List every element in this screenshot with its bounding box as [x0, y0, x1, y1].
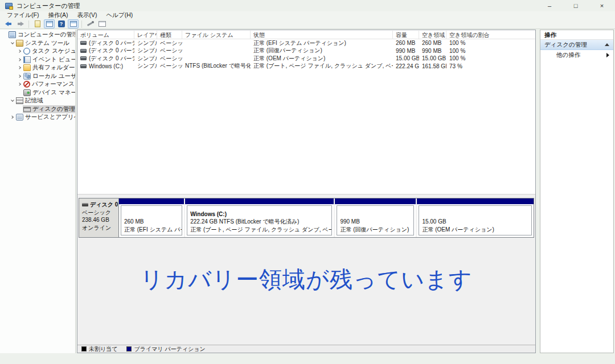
show-console-tree-icon[interactable]	[44, 19, 55, 28]
system-tools-icon	[16, 40, 23, 47]
menu-item-3[interactable]: ヘルプ(H)	[101, 11, 137, 19]
console-tree: コンピューターの管理 (ローカル)システム ツールタスク スケジューライベント …	[0, 30, 76, 353]
tree-expander-icon[interactable]	[9, 116, 15, 118]
tree-expander-icon[interactable]	[17, 50, 23, 52]
tree-expander-icon[interactable]	[9, 43, 15, 44]
tree-item-body: デバイス マネージャー	[23, 89, 76, 97]
legend-swatch-unallocated	[81, 346, 87, 351]
volume-list-header: ボリュームレイアウト種類ファイル システム状態容量空き領域空き領域の割合	[77, 31, 535, 39]
submenu-arrow-icon	[606, 53, 609, 57]
tree-item-shared-folders[interactable]: 共有フォルダー	[0, 64, 75, 72]
column-header-free-space[interactable]: 空き領域	[419, 31, 446, 39]
disk-0-info[interactable]: ディスク 0 ベーシック 238.46 GB オンライン	[79, 198, 119, 237]
partition-windows-c[interactable]: Windows (C:)222.24 GB NTFS (BitLocker で暗…	[184, 198, 334, 237]
volume-row-partition-1[interactable]: (ディスク 0 パーティション 1)シンプルベーシック正常 (EFI システム …	[77, 39, 535, 47]
cell-free-percent: 100 %	[446, 39, 535, 47]
partition-details: 990 MB正常 (回復パーティション)	[337, 205, 414, 235]
tree-item-body: 共有フォルダー	[23, 64, 76, 72]
tree-item-body: イベント ビューアー	[23, 56, 76, 64]
tree-item-body: ローカル ユーザーとグループ	[23, 72, 76, 81]
menu-item-0[interactable]: ファイル(F)	[2, 11, 43, 19]
task-scheduler-icon	[23, 48, 30, 55]
tree-expander-icon[interactable]	[17, 83, 23, 85]
more-actions-label: 他の操作	[556, 51, 580, 59]
export-list-icon[interactable]	[32, 19, 43, 28]
tree-expander-icon[interactable]	[9, 100, 15, 101]
cell-free-space: 15.00 GB	[419, 55, 446, 63]
cell-free-percent: 73 %	[446, 63, 535, 71]
cell-status: 正常 (EFI システム パーティション)	[251, 39, 393, 47]
volume-row-windows-c[interactable]: Windows (C:)シンプルベーシックNTFS (BitLocker で暗号…	[77, 63, 535, 71]
cell-layout: シンプル	[134, 63, 157, 71]
actions-header: 操作	[540, 30, 613, 40]
cell-capacity: 222.24 GB	[393, 63, 419, 71]
forward-icon[interactable]	[15, 19, 26, 28]
tree-item-performance[interactable]: パフォーマンス	[0, 80, 75, 89]
forward-icon-glyph	[17, 22, 24, 26]
column-header-layout[interactable]: レイアウト	[134, 31, 157, 39]
tree-item-label: タスク スケジューラ	[32, 47, 76, 55]
tree-item-system-tools[interactable]: システム ツール	[0, 39, 75, 48]
partition-oem[interactable]: 15.00 GB正常 (OEM パーティション)	[416, 198, 534, 237]
tree-expander-icon[interactable]	[17, 59, 23, 61]
tree-item-device-manager[interactable]: デバイス マネージャー	[0, 89, 75, 97]
tree-item-computer-management-root[interactable]: コンピューターの管理 (ローカル)	[0, 31, 75, 39]
show-console-tree-icon-glyph	[46, 21, 53, 27]
cell-capacity: 15.00 GB	[393, 55, 419, 63]
cell-volume: (ディスク 0 パーティション 1)	[77, 39, 134, 47]
toolbar-separator	[81, 20, 82, 28]
close-button[interactable]: ×	[589, 0, 615, 11]
volume-icon	[80, 41, 87, 45]
cell-layout: シンプル	[134, 47, 157, 55]
column-header-volume[interactable]: ボリューム	[77, 31, 134, 39]
tree-item-services-apps[interactable]: サービスとアプリケーション	[0, 113, 75, 122]
tree-item-body: コンピューターの管理 (ローカル)	[8, 31, 76, 39]
column-header-free-percent[interactable]: 空き領域の割合	[446, 31, 535, 39]
tree-item-event-viewer[interactable]: イベント ビューアー	[0, 56, 75, 64]
disk-management-icon	[23, 107, 31, 112]
back-icon[interactable]	[3, 19, 14, 28]
menu-item-1[interactable]: 操作(A)	[43, 11, 72, 19]
menu-item-2[interactable]: 表示(V)	[72, 11, 101, 19]
column-header-filesystem[interactable]: ファイル システム	[182, 31, 251, 39]
show-action-pane-icon[interactable]	[68, 19, 79, 28]
volume-row-partition-5[interactable]: (ディスク 0 パーティション 5)シンプルベーシック正常 (OEM パーティシ…	[77, 55, 535, 63]
column-header-status[interactable]: 状態	[251, 31, 393, 39]
minimize-button[interactable]: –	[536, 0, 563, 11]
volume-row-partition-4[interactable]: (ディスク 0 パーティション 4)シンプルベーシック正常 (回復パーティション…	[77, 47, 535, 55]
collapse-icon[interactable]	[605, 43, 609, 46]
new-window-icon[interactable]	[97, 19, 108, 28]
more-actions-item[interactable]: 他の操作	[540, 50, 613, 60]
cell-status: 正常 (回復パーティション)	[251, 47, 393, 55]
disk-kind: ベーシック	[82, 209, 116, 217]
cell-filesystem	[182, 39, 251, 47]
column-header-capacity[interactable]: 容量	[393, 31, 419, 39]
partition-title: Windows (C:)	[190, 210, 329, 218]
storage-icon	[16, 97, 23, 104]
maximize-button[interactable]: □	[563, 0, 589, 11]
partition-strip: 260 MB正常 (EFI システム パーティション)Windows (C:)2…	[119, 198, 534, 237]
tree-item-disk-management[interactable]: ディスクの管理	[0, 105, 75, 114]
actions-group-disk-management[interactable]: ディスクの管理	[540, 40, 613, 50]
partition-recovery[interactable]: 990 MB正常 (回復パーティション)	[334, 198, 416, 237]
tree-expander-icon[interactable]	[17, 75, 23, 77]
tree-item-label: システム ツール	[25, 39, 69, 47]
tree-item-label: イベント ビューアー	[32, 56, 76, 64]
partition-line: 15.00 GB	[422, 218, 528, 226]
tree-item-storage[interactable]: 記憶域	[0, 97, 75, 105]
cell-status: 正常 (OEM パーティション)	[251, 55, 393, 63]
tree-expander-icon[interactable]	[17, 67, 23, 69]
cell-free-space: 990 MB	[419, 47, 446, 55]
column-header-type[interactable]: 種類	[157, 31, 182, 39]
tree-item-local-users-groups[interactable]: ローカル ユーザーとグループ	[0, 72, 75, 81]
device-manager-icon	[23, 89, 31, 96]
tree-item-body: タスク スケジューラ	[23, 47, 76, 56]
partition-details: Windows (C:)222.24 GB NTFS (BitLocker で暗…	[187, 205, 332, 235]
partition-line: 正常 (回復パーティション)	[340, 226, 411, 234]
partition-efi-system[interactable]: 260 MB正常 (EFI システム パーティション)	[119, 198, 184, 237]
volume-icon	[80, 64, 87, 68]
help-icon[interactable]	[56, 19, 67, 28]
tree-item-task-scheduler[interactable]: タスク スケジューラ	[0, 47, 75, 56]
properties-icon[interactable]	[85, 19, 96, 28]
volume-list: ボリュームレイアウト種類ファイル システム状態容量空き領域空き領域の割合(ディス…	[77, 30, 535, 194]
